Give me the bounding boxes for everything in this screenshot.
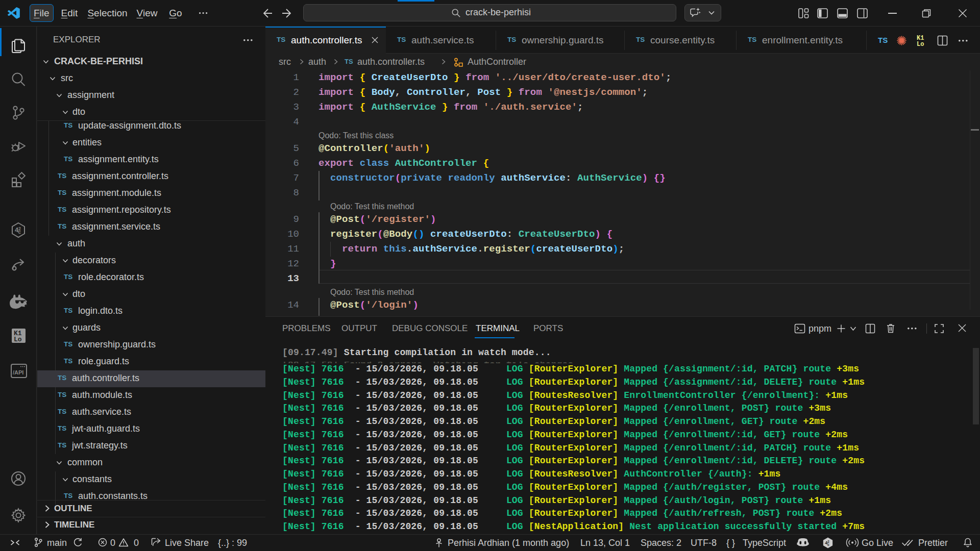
svg-text:Lo: Lo xyxy=(917,41,924,47)
svg-text:c: c xyxy=(827,543,829,546)
svg-text:Lo: Lo xyxy=(14,336,22,343)
svg-text:/API: /API xyxy=(13,369,23,375)
svg-text:c: c xyxy=(18,229,21,235)
